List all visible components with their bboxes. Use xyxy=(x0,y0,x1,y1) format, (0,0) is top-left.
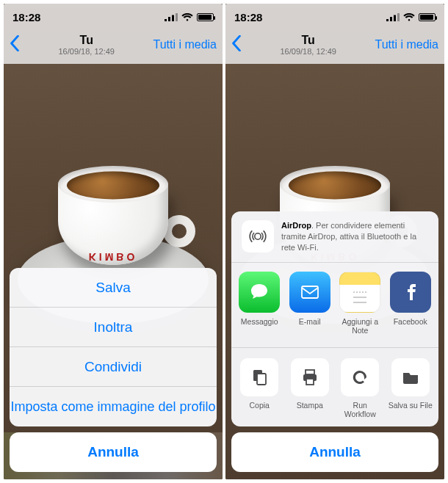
svg-point-8 xyxy=(255,233,261,239)
svg-rect-1 xyxy=(168,17,170,21)
svg-rect-6 xyxy=(394,15,396,21)
share-app-notes[interactable]: Aggiungi a Note xyxy=(336,272,383,335)
action-label: Stampa xyxy=(286,401,333,410)
action-sheet: Salva Inoltra Condividi Imposta come imm… xyxy=(10,268,217,472)
action-label: Salva su File xyxy=(387,401,434,410)
nav-title-block: Tu 16/09/18, 12:49 xyxy=(280,34,336,56)
share-action-print[interactable]: Stampa xyxy=(286,358,333,419)
nav-bar: Tu 16/09/18, 12:49 Tutti i media xyxy=(225,30,444,59)
workflow-icon xyxy=(341,358,379,396)
all-media-button[interactable]: Tutti i media xyxy=(153,38,217,51)
svg-rect-4 xyxy=(386,19,389,21)
action-save[interactable]: Salva xyxy=(10,268,217,308)
action-label: Run Workflow xyxy=(336,401,383,419)
share-sheet: AirDrop. Per condividere elementi tramit… xyxy=(231,211,438,472)
screenshot-right: KIMBO 18:28 Tu 16/09/18, 12:49 Tutti i m… xyxy=(225,4,444,479)
svg-rect-3 xyxy=(176,13,178,21)
share-action-copy[interactable]: Copia xyxy=(236,358,283,419)
svg-rect-14 xyxy=(257,374,266,385)
status-time: 18:28 xyxy=(12,11,40,23)
signal-icon xyxy=(165,13,178,21)
airdrop-text: AirDrop. Per condividere elementi tramit… xyxy=(281,220,428,253)
svg-rect-9 xyxy=(302,286,318,298)
battery-icon xyxy=(419,13,436,21)
svg-rect-15 xyxy=(306,370,314,374)
copy-icon xyxy=(240,358,278,396)
share-action-workflow[interactable]: Run Workflow xyxy=(336,358,383,419)
cancel-button[interactable]: Annulla xyxy=(10,432,217,472)
battery-icon xyxy=(197,13,214,21)
svg-rect-5 xyxy=(390,17,392,21)
cup-brand: KIMBO xyxy=(89,251,138,263)
nav-subtitle: 16/09/18, 12:49 xyxy=(280,47,336,56)
app-label: Facebook xyxy=(387,317,434,327)
nav-title: Tu xyxy=(280,34,336,47)
messages-icon xyxy=(239,272,280,313)
nav-bar: Tu 16/09/18, 12:49 Tutti i media xyxy=(4,30,223,59)
share-app-mail[interactable]: E-mail xyxy=(286,272,333,335)
app-label: Messaggio xyxy=(236,317,283,327)
share-apps-row: Messaggio E-mail Aggiungi a Note Faceboo… xyxy=(231,263,438,348)
status-bar: 18:28 xyxy=(225,4,444,30)
status-time: 18:28 xyxy=(234,11,262,23)
action-label: Copia xyxy=(236,401,283,410)
facebook-icon xyxy=(390,272,431,313)
nav-title: Tu xyxy=(59,34,115,47)
cancel-button[interactable]: Annulla xyxy=(231,432,438,472)
back-button[interactable] xyxy=(231,35,242,54)
chevron-left-icon xyxy=(10,35,20,51)
wifi-icon xyxy=(402,13,416,21)
svg-rect-17 xyxy=(306,379,314,385)
all-media-button[interactable]: Tutti i media xyxy=(375,38,438,51)
svg-rect-0 xyxy=(165,19,167,21)
nav-subtitle: 16/09/18, 12:49 xyxy=(59,47,115,56)
back-button[interactable] xyxy=(10,35,20,54)
airdrop-row[interactable]: AirDrop. Per condividere elementi tramit… xyxy=(231,211,438,263)
chevron-left-icon xyxy=(231,35,242,51)
nav-title-block: Tu 16/09/18, 12:49 xyxy=(59,34,115,56)
action-set-profile[interactable]: Imposta come immagine del profilo xyxy=(10,387,217,426)
share-app-messages[interactable]: Messaggio xyxy=(236,272,283,335)
svg-rect-2 xyxy=(172,15,174,21)
notes-icon xyxy=(339,272,380,313)
wifi-icon xyxy=(181,13,194,21)
action-forward[interactable]: Inoltra xyxy=(10,308,217,347)
svg-rect-7 xyxy=(397,13,400,21)
mail-icon xyxy=(289,272,330,313)
app-label: E-mail xyxy=(286,317,333,327)
airdrop-icon xyxy=(242,220,274,253)
action-share[interactable]: Condividi xyxy=(10,347,217,387)
status-bar: 18:28 xyxy=(4,4,223,30)
share-action-files[interactable]: Salva su File xyxy=(387,358,434,419)
share-app-facebook[interactable]: Facebook xyxy=(387,272,434,335)
print-icon xyxy=(291,358,329,396)
app-label: Aggiungi a Note xyxy=(336,317,383,335)
share-actions-row: Copia Stampa Run Workflow Salva su File xyxy=(231,348,438,426)
signal-icon xyxy=(386,13,400,21)
screenshot-left: KIMBO 18:28 Tu 16/09/18, 12:49 Tutti i m… xyxy=(4,4,223,479)
files-icon xyxy=(391,358,430,396)
